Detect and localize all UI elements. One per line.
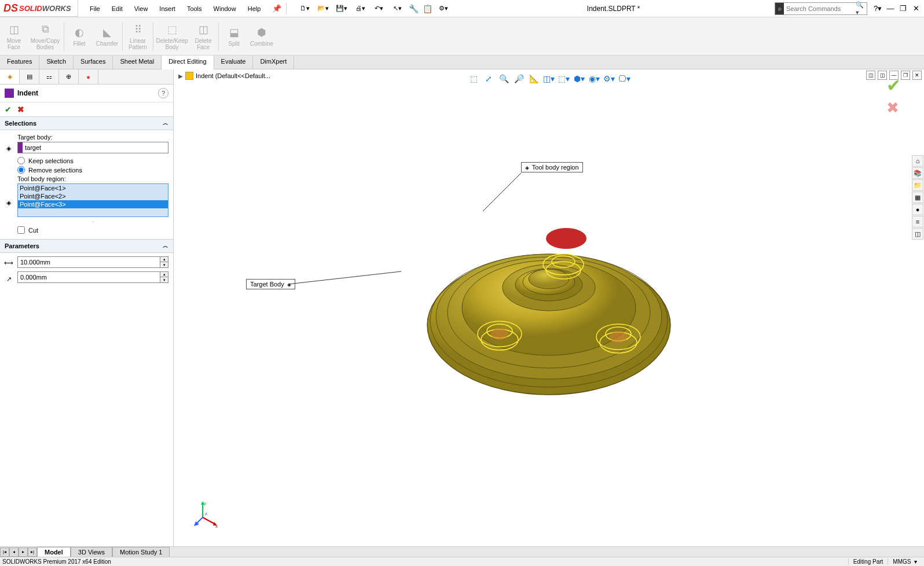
display-manager-tab[interactable]: ● [79,69,98,84]
save-button[interactable]: 💾▾ [333,5,350,12]
apply-scene-button[interactable]: ◉▾ [587,72,601,86]
appearances-tab[interactable]: ● [912,204,923,215]
doc-view2-button[interactable]: ◫ [878,71,887,80]
spin-down-icon[interactable]: ▾ [160,262,168,267]
tool-item-3[interactable]: Point@Face<3> [18,200,168,208]
3d-views-tab[interactable]: 3D Views [71,547,112,557]
edit-appearance-button[interactable]: ⬢▾ [572,72,586,86]
tab-nav-last[interactable]: ▸| [28,547,37,557]
move-face-button[interactable]: ◫Move Face [0,19,28,54]
menu-edit[interactable]: Edit [106,2,129,16]
configuration-manager-tab[interactable]: ⚏ [39,69,59,84]
confirm-cancel-button[interactable]: ✖ [886,99,901,117]
search-dropdown-icon[interactable]: 🔍▾ [856,1,864,16]
menu-tools[interactable]: Tools [181,2,208,16]
tab-sketch[interactable]: Sketch [39,56,74,69]
keep-radio-input[interactable] [17,157,25,164]
property-manager-tab[interactable]: ▤ [20,69,39,84]
feature-manager-tab[interactable]: ◈ [0,69,20,84]
select-button[interactable]: ↖▾ [388,5,406,12]
cut-checkbox[interactable] [17,226,25,234]
display-style-button[interactable]: ◫▾ [542,72,556,86]
menu-help[interactable]: Help [242,2,267,16]
dimxpert-manager-tab[interactable]: ⊕ [59,69,79,84]
settings-button[interactable]: ⚙▾ [435,5,452,12]
split-button[interactable]: ⬓Split [220,19,248,54]
resources-tab[interactable]: ⌂ [912,155,923,167]
orientation-triad[interactable]: y x z [191,500,220,529]
spin-down-icon[interactable]: ▾ [160,277,168,282]
tab-nav-next[interactable]: ▸ [19,547,28,557]
tab-evaluate[interactable]: Evaluate [214,56,254,69]
menu-view[interactable]: View [129,2,154,16]
design-library-tab[interactable]: 📚 [912,167,923,179]
forum-tab[interactable]: ◫ [912,228,923,240]
thickness-spinner[interactable]: ▴▾ [160,256,168,268]
motion-study-tab[interactable]: Motion Study 1 [112,547,170,557]
chamfer-button[interactable]: ◣Chamfer [93,19,121,54]
spin-up-icon[interactable]: ▴ [160,272,168,277]
delete-keep-body-button[interactable]: ⬚Delete/Keep Body [155,19,189,54]
undo-button[interactable]: ↶▾ [370,5,387,12]
tab-nav-first[interactable]: |◂ [0,547,9,557]
zoom-area-button[interactable]: ⤢ [482,72,496,86]
combine-button[interactable]: ⬢Combine [248,19,276,54]
confirm-ok-button[interactable]: ✔ [886,75,901,95]
open-doc-button[interactable]: 📂▾ [314,5,332,12]
view-palette-tab[interactable]: ▦ [912,192,923,203]
breadcrumb[interactable]: ▶ Indent (Default<<Default... [178,72,270,80]
tab-nav-prev[interactable]: ◂ [9,547,19,557]
tab-dimxpert[interactable]: DimXpert [253,56,294,69]
view-orientation-button[interactable]: 📐 [527,72,541,86]
remove-selections-radio[interactable]: Remove selections [17,166,168,174]
delete-face-button[interactable]: ◫Delete Face [189,19,217,54]
tool-item-2[interactable]: Point@Face<2> [18,192,168,200]
help-icon[interactable]: ? [158,88,168,98]
parameters-section-header[interactable]: Parameters ︿ [0,239,173,253]
target-body-callout[interactable]: Target Body ◈ [246,279,295,289]
menu-file[interactable]: File [84,2,106,16]
tab-features[interactable]: Features [0,56,39,69]
model-tab[interactable]: Model [37,547,71,557]
cut-checkbox-row[interactable]: Cut [17,226,168,234]
cancel-button[interactable]: ✖ [17,105,24,114]
spin-up-icon[interactable]: ▴ [160,257,168,262]
tab-surfaces[interactable]: Surfaces [74,56,113,69]
maximize-button[interactable]: ❐ [899,4,908,13]
search-commands[interactable]: ⌕ 🔍▾ [775,2,867,15]
fillet-button[interactable]: ◐Fillet [65,19,93,54]
menu-window[interactable]: Window [208,2,242,16]
file-explorer-tab[interactable]: 📁 [912,179,923,191]
tool-body-callout[interactable]: ◈ Tool body region [521,162,583,172]
thickness-input[interactable] [17,256,160,268]
tool-item-1[interactable]: Point@Face<1> [18,184,168,192]
view-settings-button[interactable]: ⚙▾ [602,72,616,86]
new-doc-button[interactable]: 🗋▾ [296,5,313,12]
close-button[interactable]: ✕ [911,4,921,13]
options-button[interactable]: 📋 [421,2,434,15]
tool-item-empty[interactable] [18,208,168,216]
doc-close-button[interactable]: ✕ [912,71,922,80]
clearance-input[interactable] [17,271,160,283]
rebuild-button[interactable]: 🔧 [407,2,420,15]
tool-body-listbox[interactable]: Point@Face<1> Point@Face<2> Point@Face<3… [17,183,168,217]
minimize-button[interactable]: — [886,4,895,13]
render-tools-button[interactable]: 🖵▾ [617,72,631,86]
keep-selections-radio[interactable]: Keep selections [17,157,168,164]
help-button[interactable]: ?▾ [873,4,882,13]
previous-view-button[interactable]: 🔍 [497,72,511,86]
tab-sheet-metal[interactable]: Sheet Metal [113,56,162,69]
ok-button[interactable]: ✔ [5,105,12,114]
target-body-field[interactable]: target [17,142,168,153]
pin-icon[interactable]: 📌 [272,4,281,13]
print-button[interactable]: 🖨▾ [351,5,369,12]
expand-arrow-icon[interactable]: ▶ [178,73,183,79]
search-input[interactable] [784,5,853,12]
tab-direct-editing[interactable]: Direct Editing [162,56,214,69]
remove-radio-input[interactable] [17,166,25,174]
menu-insert[interactable]: Insert [153,2,181,16]
custom-props-tab[interactable]: ≡ [912,216,923,227]
zoom-fit-button[interactable]: ⬚ [467,72,481,86]
linear-pattern-button[interactable]: ⠿Linear Pattern [124,19,152,54]
clearance-spinner[interactable]: ▴▾ [160,271,168,283]
